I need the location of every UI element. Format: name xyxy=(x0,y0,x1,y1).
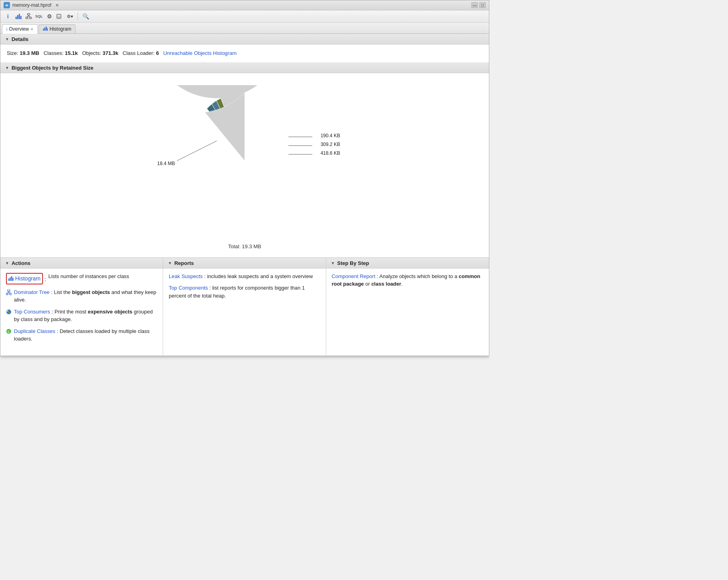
svg-rect-14 xyxy=(43,29,44,31)
tab-overview[interactable]: i Overview ✕ xyxy=(2,24,38,34)
reports-section-label: Reports xyxy=(174,260,194,266)
svg-rect-25 xyxy=(13,278,14,281)
svg-rect-24 xyxy=(11,276,12,281)
maximize-button[interactable]: □ xyxy=(479,2,486,8)
svg-point-34 xyxy=(9,310,10,312)
histogram-action-item: Histogram : Lists number of instances pe… xyxy=(6,272,157,284)
window-title: memory-mat.hprof xyxy=(12,2,51,8)
top-components-item: Top Components : list reports for compon… xyxy=(169,284,320,300)
svg-rect-4 xyxy=(19,14,20,19)
leak-suspects-item: Leak Suspects : includes leak suspects a… xyxy=(169,272,320,280)
details-section-header[interactable]: ▼ Details xyxy=(0,34,489,45)
label-190kb: 190.4 KB xyxy=(321,133,340,138)
component-report-text: Component Report : Analyze objects which… xyxy=(332,272,483,288)
reports-section-header[interactable]: ▼ Reports xyxy=(163,258,325,269)
title-bar: M memory-mat.hprof ✕ — □ xyxy=(0,0,489,10)
component-report-link[interactable]: Component Report xyxy=(332,273,376,279)
duplicate-classes-action-text: Duplicate Classes : Detect classes loade… xyxy=(14,327,157,343)
biggest-objects-section-header[interactable]: ▼ Biggest Objects by Retained Size xyxy=(0,62,489,73)
histogram-tab-icon xyxy=(43,27,48,31)
main-window: M memory-mat.hprof ✕ — □ i xyxy=(0,0,489,356)
execute-icon[interactable]: ⊡ xyxy=(55,12,64,21)
tab-close-title[interactable]: ✕ xyxy=(55,3,59,8)
objects-label: Objects: xyxy=(82,50,101,56)
search-icon[interactable]: 🔍 xyxy=(81,12,90,21)
dominator-tree-action-icon xyxy=(6,289,12,298)
reports-collapse-arrow[interactable]: ▼ xyxy=(168,261,172,265)
biggest-objects-section-label: Biggest Objects by Retained Size xyxy=(12,65,93,71)
label-309kb: 309.2 KB xyxy=(321,142,340,147)
top-consumers-action-item: Top Consumers : Print the most expensive… xyxy=(6,308,157,323)
actions-content: Histogram : Lists number of instances pe… xyxy=(0,269,163,351)
unreachable-objects-link[interactable]: Unreachable Objects Histogram xyxy=(163,50,236,56)
svg-line-31 xyxy=(9,292,11,293)
tab-bar: i Overview ✕ Histogram xyxy=(0,23,489,34)
minimize-button[interactable]: — xyxy=(471,2,478,8)
step-by-step-content: Component Report : Analyze objects which… xyxy=(326,269,489,296)
toolbar-separator xyxy=(78,12,78,20)
tab-histogram[interactable]: Histogram xyxy=(39,24,76,33)
dominator-tree-icon[interactable] xyxy=(24,12,33,21)
settings-icon[interactable]: ⚙ xyxy=(45,12,54,21)
svg-text:⊡: ⊡ xyxy=(58,16,60,18)
svg-rect-15 xyxy=(45,27,46,31)
svg-rect-17 xyxy=(47,28,48,31)
histogram-icon[interactable] xyxy=(14,12,23,21)
svg-rect-2 xyxy=(16,17,17,19)
actions-section-header[interactable]: ▼ Actions xyxy=(0,258,163,269)
info-icon[interactable]: i xyxy=(4,12,12,21)
duplicate-classes-link[interactable]: Duplicate Classes xyxy=(14,328,55,334)
dominator-tree-link[interactable]: Dominator Tree xyxy=(14,289,50,295)
dominator-tree-action-text: Dominator Tree : List the biggest object… xyxy=(14,288,157,304)
classes-label: Classes: xyxy=(44,50,64,56)
settings-dropdown-icon[interactable]: ⚙▾ xyxy=(66,12,74,21)
svg-rect-22 xyxy=(8,278,10,281)
histogram-action-link[interactable]: Histogram xyxy=(15,274,41,283)
histogram-action-separator: : xyxy=(45,276,46,282)
reports-panel: ▼ Reports Leak Suspects : includes leak … xyxy=(163,258,326,356)
leak-suspects-link[interactable]: Leak Suspects xyxy=(169,273,202,279)
svg-line-30 xyxy=(7,292,9,293)
svg-rect-8 xyxy=(29,17,31,19)
classloader-label: Class Loader: xyxy=(123,50,154,56)
details-section-label: Details xyxy=(12,36,29,42)
histogram-highlighted: Histogram xyxy=(6,273,43,284)
pie-container: 18.4 MB 190.4 KB 309.2 KB xyxy=(145,81,344,240)
overview-tab-close[interactable]: ✕ xyxy=(30,27,33,31)
top-components-link[interactable]: Top Components xyxy=(169,285,208,291)
title-bar-actions: — □ xyxy=(471,2,486,8)
svg-point-35 xyxy=(8,312,10,313)
label-418kb: 418.6 KB xyxy=(321,150,340,156)
pie-chart-section: 18.4 MB 190.4 KB 309.2 KB xyxy=(0,73,489,257)
details-content: Size: 19.3 MB Classes: 15.1k Objects: 37… xyxy=(0,45,489,62)
classes-value: 15.1k xyxy=(65,50,78,56)
content-area: ▼ Details Size: 19.3 MB Classes: 15.1k O… xyxy=(0,34,489,356)
class-loader-bold: class loader xyxy=(371,281,401,287)
svg-text:C: C xyxy=(8,330,10,334)
svg-rect-23 xyxy=(10,277,11,281)
svg-rect-3 xyxy=(17,15,18,19)
step-by-step-collapse-arrow[interactable]: ▼ xyxy=(331,261,335,265)
details-collapse-arrow[interactable]: ▼ xyxy=(5,37,9,41)
biggest-objects-bold: biggest objects xyxy=(72,289,110,295)
duplicate-classes-action-icon: C xyxy=(6,328,12,337)
svg-line-11 xyxy=(29,16,30,17)
overview-tab-label: Overview xyxy=(9,26,29,32)
actions-panel: ▼ Actions xyxy=(0,258,163,356)
sql-icon[interactable]: SQL xyxy=(35,12,43,21)
pie-chart xyxy=(169,85,320,236)
svg-rect-27 xyxy=(6,293,8,295)
top-consumers-action-text: Top Consumers : Print the most expensive… xyxy=(14,308,157,323)
classloader-value: 6 xyxy=(156,50,159,56)
svg-rect-6 xyxy=(27,14,30,15)
app-icon: M xyxy=(4,2,10,8)
step-by-step-section-header[interactable]: ▼ Step By Step xyxy=(326,258,489,269)
objects-value: 371.3k xyxy=(103,50,119,56)
component-report-item: Component Report : Analyze objects which… xyxy=(332,272,483,288)
top-consumers-link[interactable]: Top Consumers xyxy=(14,309,50,315)
actions-collapse-arrow[interactable]: ▼ xyxy=(5,261,9,265)
size-label: Size: xyxy=(7,50,18,56)
toolbar: i SQL ⚙ ⊡ xyxy=(0,10,489,23)
svg-rect-28 xyxy=(10,293,12,295)
biggest-objects-collapse-arrow[interactable]: ▼ xyxy=(5,66,9,70)
